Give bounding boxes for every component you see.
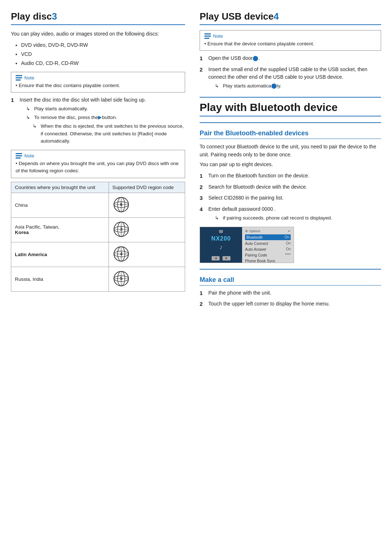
table-row: China 6 — [11, 193, 185, 217]
bt-row-autoanswer: Auto Answer On — [245, 247, 291, 252]
note-icon — [16, 75, 22, 81]
globe-icon-4: 4 — [113, 245, 130, 263]
usb-note-box: Note • Ensure that the device contains p… — [200, 30, 381, 51]
globe-icon-3: 3 — [113, 221, 130, 238]
table-row: Asia Pacific, Taiwan,Korea 3 — [11, 217, 185, 242]
note-box-1: Note • Ensure that the disc contains pla… — [11, 72, 185, 93]
usb-steps: 1 Open the USB door⬤. 2 Insert the small… — [200, 54, 381, 91]
bt-screen-right: ⚙ Options ↩ Bluetooth On Auto Connect On — [242, 227, 294, 263]
bt-row-bluetooth: Bluetooth On — [245, 234, 291, 240]
table-row: Latin America 4 — [11, 242, 185, 267]
note-header: Note — [16, 75, 180, 81]
code-cell: 5 — [109, 267, 185, 291]
call-step-1: 1 Pair the phone with the unit. — [200, 289, 381, 297]
section-divider — [200, 97, 381, 98]
bt-row-autoconnect: Auto Connect On — [245, 241, 291, 246]
list-item: Audio CD, CD-R, CD-RW — [21, 59, 185, 68]
call-step-2: 2 Touch the upper left corner to display… — [200, 300, 381, 308]
arrow-sub: ↳ When the disc is ejected, the unit swi… — [33, 123, 185, 145]
step-1: 1 Insert the disc into the disc slot wit… — [11, 96, 185, 146]
left-column: Play disc3 You can play video, audio or … — [11, 11, 185, 311]
disc-steps: 1 Insert the disc into the disc slot wit… — [11, 96, 185, 146]
disc-intro: You can play video, audio or images stor… — [11, 30, 185, 38]
globe-icon-6: 6 — [113, 196, 130, 213]
note-header-2: Note — [16, 153, 180, 159]
country-cell: Latin America — [11, 242, 109, 267]
usb-note-header: Note — [204, 33, 376, 39]
bt-btn-next: ▶ — [222, 256, 230, 260]
bt-row-pairingcode: Pairing Code **** — [245, 253, 291, 258]
bt-screen-left: ☎ NX200 ♪ ◀ ▶ — [200, 227, 242, 263]
disc-list: DVD video, DVD-R, DVD-RW VCD Audio CD, C… — [21, 41, 185, 68]
country-cell: Asia Pacific, Taiwan,Korea — [11, 217, 109, 242]
code-cell: 3 — [109, 217, 185, 242]
svg-text:4: 4 — [120, 251, 122, 257]
arrow-remove: ↳ To remove the disc, press the▶button. — [26, 114, 185, 121]
play-usb-title: Play USB device4 — [200, 11, 381, 25]
table-row: Russia, India 5 — [11, 267, 185, 291]
right-column: Play USB device4 Note • Ensure that the … — [196, 11, 381, 311]
bt-pair-line2: You can pair up to eight devices. — [200, 160, 381, 168]
bt-btn-prev: ◀ — [212, 256, 220, 260]
country-cell: Russia, India — [11, 267, 109, 291]
usb-note-text: • Ensure that the device contains playab… — [204, 40, 376, 48]
bt-step-3: 3 Select CID2680 in the pairing list. — [200, 194, 381, 202]
code-cell: 4 — [109, 242, 185, 267]
play-disc-title: Play disc3 — [11, 11, 185, 25]
section-divider-3 — [200, 269, 381, 270]
make-call-title: Make a call — [200, 276, 381, 286]
bt-steps: 1 Turn on the Bluetooth function on the … — [200, 172, 381, 223]
svg-text:5: 5 — [120, 276, 122, 281]
note-text: • Ensure that the disc contains playable… — [16, 82, 180, 89]
note-box-2: Note • Depends on where you brought the … — [11, 150, 185, 178]
note-icon-2 — [16, 153, 22, 159]
section-divider-2 — [200, 122, 381, 123]
table-col2: Supported DVD region code — [109, 182, 185, 193]
bt-step-2: 2 Search for Bluetooth device with the d… — [200, 183, 381, 192]
bt-step-1: 1 Turn on the Bluetooth function on the … — [200, 172, 381, 180]
usb-arrow: ↳ Play starts automatica⬤ly. — [215, 82, 381, 90]
list-item: VCD — [21, 50, 185, 59]
bt-step-4: 4 Enter default password 0000 . ↳ if pai… — [200, 205, 381, 223]
country-cell: China — [11, 193, 109, 217]
usb-step-2: 2 Insert the small end of the supplied U… — [200, 66, 381, 91]
bt-row-phonebooksync: Phone Book Sync — [245, 258, 291, 263]
bt-main-title: Play with Bluetooth device — [200, 101, 381, 116]
note-text-2: • Depends on where you brought the unit,… — [16, 160, 180, 175]
make-call-steps: 1 Pair the phone with the unit. 2 Touch … — [200, 289, 381, 308]
bt-pair-intro: To connect your Bluetooth device to the … — [200, 143, 381, 159]
code-cell: 6 — [109, 193, 185, 217]
bt-arrow: ↳ if pairing succeeds. phone call record… — [215, 214, 381, 222]
svg-text:6: 6 — [120, 202, 122, 207]
globe-icon-5: 5 — [113, 270, 130, 287]
svg-text:3: 3 — [120, 227, 122, 232]
usb-step-1: 1 Open the USB door⬤. — [200, 54, 381, 63]
bt-pair-title: Pair the Bluetooth-enabled devices — [200, 130, 381, 139]
table-col1: Countries where you brought the unit — [11, 182, 109, 193]
usb-note-icon — [204, 33, 211, 39]
arrow-play: ↳ Play starts automatically. — [26, 105, 185, 112]
region-table: Countries where you brought the unit Sup… — [11, 182, 185, 292]
bt-screenshot: ☎ NX200 ♪ ◀ ▶ ⚙ Options ↩ — [200, 227, 294, 263]
list-item: DVD video, DVD-R, DVD-RW — [21, 41, 185, 50]
